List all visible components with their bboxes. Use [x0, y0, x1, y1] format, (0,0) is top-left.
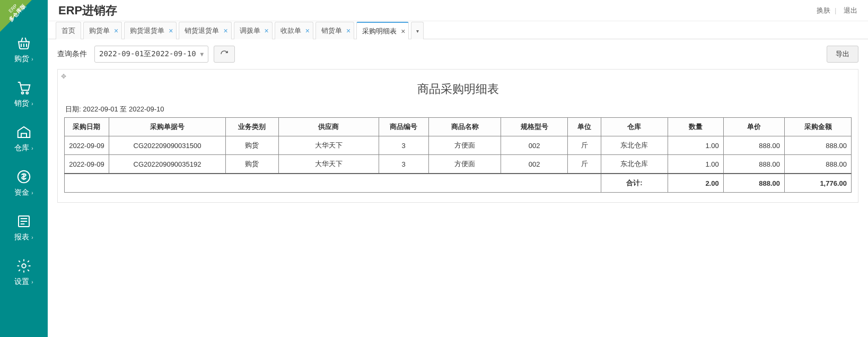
refresh-icon: [220, 50, 229, 58]
cell-qty: 1.00: [668, 136, 723, 155]
main-area: ERP进销存 换肤 | 退出 首页 购货单 × 购货退货单 × 销货退货单 × …: [48, 0, 868, 337]
report-panel: ✥ 商品采购明细表 日期: 2022-09-01 至 2022-09-10 采购…: [57, 69, 858, 203]
tab-sales-order[interactable]: 销货单 ×: [315, 22, 354, 39]
table-row[interactable]: 2022-09-09 CG202209090031500 购货 大华天下 3 方…: [65, 136, 852, 155]
report-title: 商品采购明细表: [64, 76, 852, 105]
export-button[interactable]: 导出: [827, 46, 858, 63]
sidebar-item-sales[interactable]: 销货 ›: [0, 71, 48, 116]
tab-purchase-order[interactable]: 购货单 ×: [83, 22, 122, 39]
tab-label: 销货退货单: [185, 26, 219, 36]
close-icon[interactable]: ×: [265, 27, 269, 34]
close-icon[interactable]: ×: [346, 27, 350, 34]
sidebar-item-label: 购货: [14, 54, 29, 64]
cell-unit: 斤: [568, 136, 601, 155]
tab-label: 首页: [62, 26, 75, 36]
close-icon[interactable]: ×: [114, 27, 118, 34]
cell-amount: 888.00: [785, 155, 852, 174]
date-prefix: 日期:: [65, 105, 83, 113]
cell-pcode: 3: [379, 155, 428, 174]
table-total-row: 合计: 2.00 888.00 1,776.00: [65, 174, 852, 193]
date-from: 2022-09-01: [83, 105, 118, 113]
report-icon: [15, 212, 33, 230]
cell-amount: 888.00: [785, 136, 852, 155]
col-amount: 采购金额: [785, 118, 852, 136]
cell-wh: 东北仓库: [601, 136, 668, 155]
col-pcode: 商品编号: [379, 118, 428, 136]
tab-receipt[interactable]: 收款单 ×: [275, 22, 313, 39]
sidebar-item-label: 设置: [14, 277, 29, 287]
cell-supplier: 大华天下: [278, 136, 379, 155]
chevron-down-icon: ▾: [416, 28, 419, 34]
close-icon[interactable]: ×: [401, 28, 405, 35]
cell-wh: 东北仓库: [601, 155, 668, 174]
query-label: 查询条件: [57, 49, 87, 59]
tab-purchase-detail-report[interactable]: 采购明细表 ×: [356, 22, 409, 39]
tab-purchase-return[interactable]: 购货退货单 ×: [124, 22, 177, 39]
col-order: 采购单据号: [109, 118, 225, 136]
col-unit: 单位: [568, 118, 601, 136]
sidebar-item-label: 仓库: [14, 143, 29, 153]
col-wh: 仓库: [601, 118, 668, 136]
panel-settings-icon[interactable]: ✥: [61, 73, 66, 80]
sidebar: 购货 › 销货 › 仓库 › 资金 ›: [0, 0, 48, 337]
cell-pname: 方便面: [428, 155, 501, 174]
sidebar-item-label: 销货: [14, 99, 29, 108]
header-links: 换肤 | 退出: [813, 6, 857, 15]
date-to: 2022-09-10: [129, 105, 164, 113]
skin-link[interactable]: 换肤: [817, 6, 830, 14]
date-range-select[interactable]: 2022-09-01至2022-09-10 ▼: [94, 46, 208, 63]
col-type: 业务类别: [226, 118, 279, 136]
sidebar-item-label: 资金: [14, 188, 29, 197]
tab-label: 采购明细表: [362, 27, 397, 36]
total-label: 合计:: [601, 174, 668, 193]
tab-overflow-button[interactable]: ▾: [411, 22, 424, 39]
table-header-row: 采购日期 采购单据号 业务类别 供应商 商品编号 商品名称 规格型号 单位 仓库…: [65, 118, 852, 136]
cart-icon: [15, 79, 33, 97]
tab-transfer[interactable]: 调拨单 ×: [234, 22, 273, 39]
tab-home[interactable]: 首页: [56, 22, 81, 39]
cell-type: 购货: [226, 136, 279, 155]
total-price: 888.00: [723, 174, 784, 193]
warehouse-icon: [15, 123, 33, 141]
chevron-right-icon: ›: [31, 56, 33, 62]
col-qty: 数量: [668, 118, 723, 136]
refresh-button[interactable]: [214, 46, 235, 63]
cell-order: CG202209090035192: [109, 155, 225, 174]
close-icon[interactable]: ×: [305, 27, 310, 34]
close-icon[interactable]: ×: [223, 27, 227, 34]
close-icon[interactable]: ×: [169, 27, 173, 34]
total-qty: 2.00: [668, 174, 723, 193]
cell-date: 2022-09-09: [65, 155, 109, 174]
cell-spec: 002: [501, 155, 568, 174]
sidebar-item-finance[interactable]: 资金 ›: [0, 160, 48, 205]
col-supplier: 供应商: [278, 118, 379, 136]
cell-price: 888.00: [723, 155, 784, 174]
basket-icon: [15, 34, 33, 52]
cell-pname: 方便面: [428, 136, 501, 155]
sidebar-item-purchase[interactable]: 购货 ›: [0, 27, 48, 71]
svg-point-4: [22, 264, 26, 268]
chevron-right-icon: ›: [31, 279, 33, 285]
dollar-icon: [15, 168, 33, 186]
cell-price: 888.00: [723, 136, 784, 155]
col-date: 采购日期: [65, 118, 109, 136]
tab-sales-return[interactable]: 销货退货单 ×: [179, 22, 231, 39]
logout-link[interactable]: 退出: [844, 6, 857, 14]
sidebar-item-settings[interactable]: 设置 ›: [0, 249, 48, 294]
sidebar-item-label: 报表: [14, 232, 29, 242]
svg-point-0: [22, 92, 24, 94]
tab-label: 收款单: [280, 26, 301, 36]
tab-label: 购货单: [89, 26, 110, 36]
cell-qty: 1.00: [668, 155, 723, 174]
total-amount: 1,776.00: [785, 174, 852, 193]
table-row[interactable]: 2022-09-09 CG202209090035192 购货 大华天下 3 方…: [65, 155, 852, 174]
cell-unit: 斤: [568, 155, 601, 174]
chevron-down-icon: ▼: [200, 51, 204, 58]
sidebar-item-reports[interactable]: 报表 ›: [0, 205, 48, 249]
sidebar-item-warehouse[interactable]: 仓库 ›: [0, 116, 48, 160]
cell-spec: 002: [501, 136, 568, 155]
content: ✥ 商品采购明细表 日期: 2022-09-01 至 2022-09-10 采购…: [48, 69, 868, 212]
report-date-line: 日期: 2022-09-01 至 2022-09-10: [64, 105, 852, 114]
col-pname: 商品名称: [428, 118, 501, 136]
report-table: 采购日期 采购单据号 业务类别 供应商 商品编号 商品名称 规格型号 单位 仓库…: [64, 117, 852, 193]
